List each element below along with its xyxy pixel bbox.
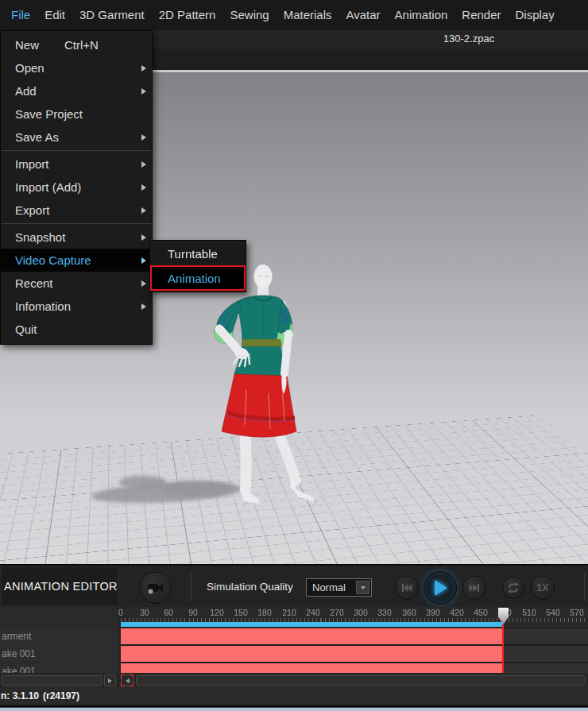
menubar-item-sewing[interactable]: Sewing	[222, 0, 276, 30]
track-label-garment[interactable]: arment	[0, 628, 118, 644]
menubar-item-2d-pattern[interactable]: 2D Pattern	[152, 0, 223, 30]
submenu-item-turntable[interactable]: Turntable	[150, 242, 246, 265]
ruler-tick: 330	[377, 608, 392, 617]
submenu-arrow-icon	[141, 280, 146, 287]
animation-clip-bar[interactable]	[121, 646, 503, 662]
video-capture-submenu: Turntable Animation	[149, 240, 246, 292]
submenu-arrow-icon	[141, 303, 146, 310]
menu-item-new[interactable]: New Ctrl+N	[1, 33, 152, 56]
menu-separator	[2, 223, 151, 224]
loop-playback-button[interactable]	[502, 577, 524, 599]
menubar-item-animation[interactable]: Animation	[388, 0, 455, 30]
submenu-arrow-icon	[141, 207, 146, 214]
menu-item-quit[interactable]: Quit	[1, 318, 152, 341]
belt	[242, 339, 282, 346]
avatar-shadow	[119, 476, 167, 489]
menu-item-label: Quit	[15, 323, 37, 336]
menu-item-label: Add	[15, 84, 37, 98]
menu-item-label: Save As	[15, 130, 59, 144]
status-bar: n: 3.1.10 (r24197)	[0, 686, 588, 705]
menu-item-label: Open	[15, 61, 44, 75]
menu-item-video-capture[interactable]: Video Capture	[1, 249, 152, 272]
play-icon	[435, 580, 448, 596]
timeline-scrollbar-track[interactable]	[136, 675, 586, 686]
scroll-right-button[interactable]	[104, 674, 116, 686]
track-label-take-001[interactable]: ake 001	[0, 646, 118, 662]
simulation-quality-label: Simulation Quality	[207, 567, 293, 607]
dropdown-button[interactable]	[356, 581, 369, 594]
menu-bar: File Edit 3D Garment 2D Pattern Sewing M…	[0, 0, 588, 30]
ruler-tick: 180	[257, 608, 272, 617]
track-label-take-001[interactable]: ake 001	[0, 663, 118, 673]
menu-item-label: Export	[15, 203, 49, 217]
track-label-column: arment ake 001 ake 001	[0, 607, 118, 673]
playback-speed-button[interactable]: 1X	[531, 576, 555, 600]
submenu-item-label: Turntable	[168, 247, 218, 261]
submenu-item-animation[interactable]: Animation	[150, 265, 246, 291]
menubar-item-edit[interactable]: Edit	[37, 0, 72, 30]
menu-item-snapshot[interactable]: Snapshot	[1, 226, 152, 249]
menu-item-import[interactable]: Import	[1, 153, 152, 176]
go-to-end-button[interactable]	[462, 576, 486, 600]
menu-item-save-as[interactable]: Save As	[1, 126, 152, 149]
selection-corner	[130, 674, 133, 678]
video-record-button[interactable]	[140, 572, 172, 604]
ruler-tick: 390	[426, 608, 440, 617]
chevron-down-icon	[361, 586, 366, 589]
menu-item-label: Infomation	[15, 299, 71, 313]
menu-item-label: Import (Add)	[15, 180, 81, 194]
track-clip-area[interactable]	[121, 628, 588, 673]
playhead-line	[502, 624, 504, 673]
go-to-start-button[interactable]	[395, 576, 419, 600]
arrow-left-icon	[126, 678, 130, 683]
menubar-item-materials[interactable]: Materials	[277, 0, 339, 30]
play-button[interactable]	[424, 571, 457, 605]
menubar-item-avatar[interactable]: Avatar	[339, 0, 388, 30]
menu-item-infomation[interactable]: Infomation	[1, 295, 152, 318]
simulation-quality-dropdown[interactable]: Normal	[306, 578, 372, 597]
track-row[interactable]	[121, 628, 588, 644]
animation-clip-bar[interactable]	[121, 628, 503, 644]
menu-item-label: Import	[15, 157, 49, 171]
scroll-left-button[interactable]	[121, 674, 133, 686]
menubar-item-3d-garment[interactable]: 3D Garment	[72, 0, 152, 30]
animation-clip-bar[interactable]	[121, 663, 503, 673]
panel-title: ANIMATION EDITOR	[4, 567, 118, 605]
ruler-tick: 510	[522, 608, 536, 617]
track-row[interactable]	[121, 663, 588, 673]
menu-item-import-add[interactable]: Import (Add)	[1, 176, 152, 199]
menubar-item-display[interactable]: Display	[509, 0, 562, 30]
menu-item-label: Save Project	[15, 107, 83, 121]
ruler-tick: 150	[234, 608, 248, 617]
menu-item-shortcut: Ctrl+N	[64, 38, 99, 52]
simulation-quality-value: Normal	[307, 582, 356, 593]
menu-item-save-project[interactable]: Save Project	[1, 102, 152, 126]
arrow-right-icon	[108, 678, 112, 683]
ruler-tick: 0	[118, 608, 123, 617]
ruler-tick: 210	[282, 608, 296, 617]
menubar-item-file[interactable]: File	[4, 0, 37, 30]
skip-to-end-icon	[469, 583, 480, 593]
menu-separator	[2, 150, 151, 151]
toolbar-separator	[584, 573, 585, 601]
track-row[interactable]	[121, 646, 588, 662]
ruler-tick: 120	[210, 608, 224, 617]
animation-editor-header: ANIMATION EDITOR	[2, 567, 118, 605]
document-tab[interactable]: 130-2.zpac	[443, 33, 494, 44]
left-scrollbar-track[interactable]	[2, 675, 103, 686]
submenu-arrow-icon	[141, 161, 146, 168]
toolbar-separator	[191, 572, 191, 602]
menu-item-export[interactable]: Export	[1, 199, 152, 222]
timeline-ruler[interactable]: 0 30 60 90 120 150 180 210 240 270 300 3…	[121, 607, 588, 628]
submenu-arrow-icon	[141, 184, 146, 191]
avatar-figure	[199, 262, 342, 516]
animation-editor-panel: ANIMATION EDITOR Simulation Quality Norm…	[0, 564, 588, 711]
menu-item-recent[interactable]: Recent	[1, 272, 152, 295]
menubar-item-render[interactable]: Render	[455, 0, 508, 30]
menu-item-label: Snapshot	[15, 230, 65, 244]
avatar-head	[254, 265, 273, 288]
menu-item-open[interactable]: Open	[1, 56, 152, 79]
submenu-arrow-icon	[141, 88, 146, 95]
menu-item-add[interactable]: Add	[1, 79, 152, 102]
menu-item-label: Recent	[15, 276, 53, 290]
